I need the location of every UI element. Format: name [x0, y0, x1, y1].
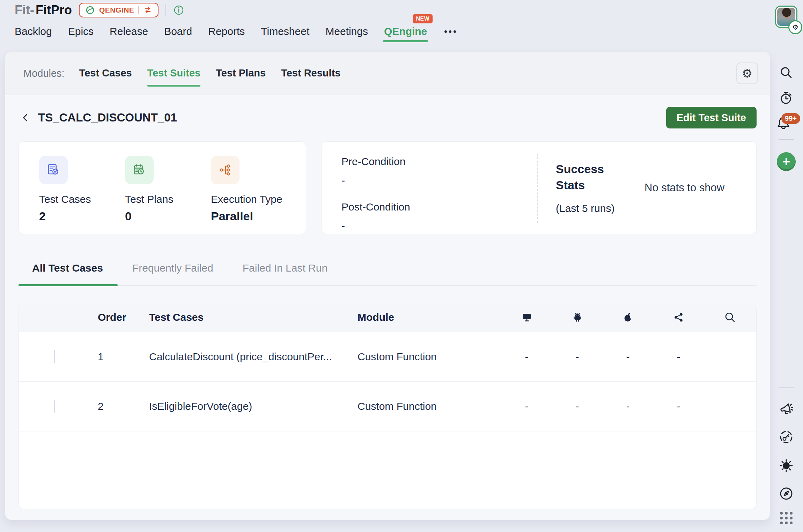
panel-content: TS_CALC_DISCOUNT_01 Edit Test Suite	[5, 102, 770, 509]
table-search-icon[interactable]	[724, 311, 736, 323]
pre-condition-value: -	[341, 175, 537, 186]
row-checkbox[interactable]	[54, 400, 55, 413]
desktop-icon[interactable]	[521, 312, 532, 323]
test-case-tabs: All Test Cases Frequently Failed Failed …	[19, 262, 757, 286]
qengine-badge-label: QENGINE	[99, 6, 134, 14]
page-title: TS_CALC_DISCOUNT_01	[38, 111, 177, 124]
title-row: TS_CALC_DISCOUNT_01 Edit Test Suite	[19, 102, 757, 134]
tab-frequently-failed[interactable]: Frequently Failed	[118, 262, 228, 285]
header-module: Module	[358, 311, 501, 323]
success-stats-subtitle: (Last 5 runs)	[556, 202, 630, 214]
cell-desktop-result: -	[525, 351, 529, 363]
app-header: Fit-FitPro QENGINE Backlog Epics Release…	[15, 0, 761, 39]
module-tab-test-results[interactable]: Test Results	[281, 67, 340, 80]
chevron-left-icon	[21, 113, 30, 123]
timer-icon[interactable]	[779, 90, 794, 105]
nav-timesheet[interactable]: Timesheet	[261, 25, 309, 37]
pre-condition-label: Pre-Condition	[341, 156, 537, 168]
back-button[interactable]	[19, 111, 32, 125]
notification-count-badge: 99+	[781, 113, 800, 124]
notifications-bell[interactable]: 99+	[776, 115, 796, 133]
nav-release[interactable]: Release	[110, 25, 148, 37]
global-search-icon[interactable]	[779, 66, 793, 80]
nav-reports[interactable]: Reports	[208, 25, 245, 37]
cell-order: 2	[98, 400, 149, 412]
stat-value: 2	[39, 209, 125, 223]
sidebar-divider	[779, 139, 794, 140]
cell-apple-result: -	[626, 400, 630, 412]
cell-test-case-name[interactable]: CalculateDiscount (price_discountPer...	[149, 351, 358, 363]
quick-add-button[interactable]: +	[777, 152, 796, 171]
module-active-underline	[147, 85, 201, 87]
test-plans-icon	[125, 156, 154, 184]
test-cases-icon	[39, 156, 68, 184]
success-stats-empty-message: No stats to show	[644, 182, 724, 194]
cell-module: Custom Function	[358, 400, 501, 412]
test-cases-table: Order Test Cases Module	[19, 303, 757, 509]
app-logo: Fit-FitPro	[15, 3, 72, 17]
execution-type-icon	[211, 156, 240, 184]
user-avatar[interactable]: ⚙	[775, 6, 797, 28]
apple-icon[interactable]	[622, 312, 634, 323]
header-divider	[165, 4, 166, 16]
stat-value: 0	[125, 209, 211, 223]
theme-sun-icon[interactable]	[779, 458, 794, 473]
post-condition-value: -	[341, 220, 537, 232]
table-row[interactable]: 1 CalculateDiscount (price_discountPer..…	[19, 332, 756, 382]
cell-test-case-name[interactable]: IsEligibleForVote(age)	[149, 400, 358, 412]
qengine-project-badge[interactable]: QENGINE	[79, 3, 159, 17]
qengine-panel: Modules: Test Cases Test Suites Test Pla…	[5, 52, 770, 520]
header-test-cases: Test Cases	[149, 311, 358, 323]
cell-share-result: -	[677, 400, 680, 412]
conditions-section: Pre-Condition - Post-Condition -	[341, 142, 537, 234]
table-row[interactable]: 2 IsEligibleForVote(age) Custom Function…	[19, 382, 756, 431]
announcements-megaphone-icon[interactable]	[778, 400, 795, 417]
right-sidebar: ⚙ 99+ +	[769, 0, 803, 532]
module-tab-test-suites[interactable]: Test Suites	[147, 67, 201, 80]
qengine-logo-icon	[85, 5, 95, 15]
badge-separator	[138, 6, 139, 14]
explore-compass-icon[interactable]	[778, 485, 795, 502]
share-icon[interactable]	[673, 312, 684, 323]
nav-qengine[interactable]: QEngine NEW	[384, 25, 427, 37]
tab-all-test-cases[interactable]: All Test Cases	[19, 262, 118, 285]
nav-meetings[interactable]: Meetings	[325, 25, 368, 37]
swap-icon	[143, 6, 152, 15]
info-icon[interactable]	[173, 5, 184, 16]
nav-board[interactable]: Board	[164, 25, 192, 37]
logo-name: FitPro	[36, 3, 72, 17]
module-tab-test-plans[interactable]: Test Plans	[216, 67, 266, 80]
success-stats-header: Success Stats (Last 5 runs)	[556, 161, 630, 214]
stat-label: Execution Type	[211, 193, 297, 205]
nav-qengine-label: QEngine	[384, 25, 427, 37]
stat-label: Test Plans	[125, 193, 211, 205]
nav-epics[interactable]: Epics	[68, 25, 94, 37]
success-stats-section: Success Stats (Last 5 runs) No stats to …	[538, 142, 756, 234]
post-condition-label: Post-Condition	[341, 201, 537, 213]
conditions-card: Pre-Condition - Post-Condition - Success…	[322, 141, 757, 234]
logo-prefix: Fit-	[15, 3, 34, 17]
main-nav: Backlog Epics Release Board Reports Time…	[15, 24, 761, 39]
settings-gear-icon[interactable]: ⚙	[736, 62, 758, 84]
row-checkbox[interactable]	[54, 350, 55, 363]
cell-desktop-result: -	[525, 400, 529, 412]
apps-grid-icon[interactable]	[780, 512, 793, 524]
edit-test-suite-button[interactable]: Edit Test Suite	[666, 107, 757, 128]
tab-active-underline	[19, 284, 118, 286]
module-tab-test-cases[interactable]: Test Cases	[79, 67, 132, 80]
android-icon[interactable]	[572, 312, 583, 323]
stat-label: Test Cases	[39, 193, 125, 205]
profile-settings-gear-icon[interactable]: ⚙	[788, 20, 802, 34]
nav-backlog[interactable]: Backlog	[15, 25, 52, 37]
cell-module: Custom Function	[358, 351, 501, 363]
cell-android-result: -	[576, 400, 579, 412]
page: { "app": { "logo_prefix": "Fit-", "logo_…	[0, 0, 803, 532]
nav-overflow-button[interactable]	[443, 27, 457, 36]
tab-failed-in-last-run[interactable]: Failed In Last Run	[228, 262, 342, 285]
access-key-icon[interactable]	[778, 429, 795, 445]
stat-value: Parallel	[211, 209, 297, 223]
cell-order: 1	[98, 351, 149, 363]
tab-label: All Test Cases	[32, 262, 103, 274]
header-order: Order	[98, 311, 149, 323]
cell-share-result: -	[677, 351, 680, 363]
